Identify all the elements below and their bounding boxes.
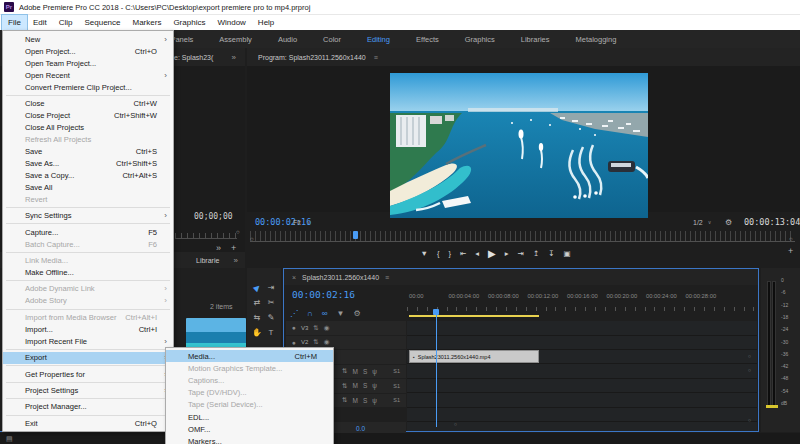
menubar-item[interactable]: Markers — [127, 15, 168, 30]
file-menu-item[interactable]: Capture... F5 — [3, 226, 173, 238]
playback-resolution-select[interactable]: 1/2 ∨ — [693, 219, 711, 226]
mute-button[interactable]: M — [352, 382, 357, 389]
export-submenu-item[interactable]: EDL... — [166, 411, 333, 423]
export-submenu-item[interactable]: Tape (DV/HDV)... — [166, 387, 333, 399]
export-submenu-item[interactable]: OMF... — [166, 423, 333, 435]
panel-overflow-icon[interactable]: » — [234, 256, 237, 265]
track-lock-icon[interactable]: ● — [292, 324, 296, 331]
export-submenu-item[interactable]: Markers... — [166, 435, 333, 444]
file-menu-item[interactable]: Export › — [3, 352, 173, 364]
sync-lock-icon[interactable]: ⇅ — [313, 338, 318, 346]
sync-lock-icon[interactable]: ⇅ — [342, 396, 347, 404]
file-menu-item[interactable]: Import from Media Browser Ctrl+Alt+I — [3, 311, 173, 323]
panel-overflow-icon[interactable]: » — [232, 53, 235, 62]
file-menu-item[interactable]: New › — [3, 33, 173, 45]
menubar-item[interactable]: Help — [252, 15, 280, 30]
panel-menu-icon[interactable]: ≡ — [374, 54, 378, 61]
file-menu-item[interactable]: Close Ctrl+W — [3, 97, 173, 109]
source-tab-label[interactable]: e: Splash23( — [174, 54, 213, 61]
file-menu-item[interactable]: Close All Projects — [3, 121, 173, 133]
track-lock-icon[interactable]: ● — [292, 339, 296, 346]
sync-lock-icon[interactable]: ⇅ — [342, 382, 347, 390]
timeline-settings-wrench-icon[interactable]: ⚙ — [353, 309, 360, 318]
slip-tool[interactable]: ⇆ — [250, 310, 264, 325]
voiceover-mic-icon[interactable]: ψ — [372, 397, 377, 404]
track-collapse-dot-icon[interactable]: ○ — [748, 353, 751, 359]
linked-selection-icon[interactable]: ∞ — [322, 309, 328, 318]
program-tab-label[interactable]: Program: Splash23011.2560x1440 — [258, 54, 366, 61]
file-menu-item[interactable]: Convert Premiere Clip Project... — [3, 81, 173, 93]
file-menu-item[interactable]: Open Team Project... — [3, 57, 173, 69]
work-area-bar[interactable] — [409, 315, 539, 317]
wrench-icon[interactable]: ⚙ — [725, 218, 732, 227]
menubar-item[interactable]: File — [2, 15, 27, 30]
file-menu-item[interactable]: Refresh All Projects — [3, 133, 173, 145]
timeline-track-lanes[interactable] — [407, 321, 757, 431]
file-menu-item[interactable]: Import... Ctrl+I — [3, 323, 173, 335]
add-button-icon[interactable]: + — [788, 246, 793, 256]
hand-tool[interactable]: ✋ — [250, 325, 264, 340]
menubar-item[interactable]: Window — [211, 15, 251, 30]
file-menu-item[interactable]: Save Ctrl+S — [3, 145, 173, 157]
panel-menu-icon[interactable]: ≡ — [385, 274, 389, 281]
file-menu-item[interactable]: Open Recent › — [3, 69, 173, 81]
add-marker-button[interactable]: ▼ — [421, 249, 428, 258]
mark-in-button[interactable]: { — [437, 249, 440, 258]
file-menu-item[interactable]: Make Offline... — [3, 267, 173, 279]
file-menu-item[interactable]: Project Settings › — [3, 385, 173, 397]
timeline-clip[interactable]: ▪ Splash23011.2560x1440.mp4 — [409, 350, 539, 363]
track-collapse-dot-icon[interactable]: ○ — [748, 417, 751, 423]
track-visibility-eye-icon[interactable]: ◉ — [324, 338, 330, 346]
workspace-tab[interactable]: Assembly — [219, 35, 252, 44]
project-tab-label[interactable]: Librarie — [196, 257, 219, 264]
program-playhead[interactable] — [353, 231, 358, 239]
menubar-item[interactable]: Edit — [27, 15, 53, 30]
sync-lock-icon[interactable]: ⇅ — [342, 367, 347, 375]
step-forward-button[interactable]: ▸ — [505, 249, 509, 258]
file-menu-item[interactable]: Revert — [3, 193, 173, 205]
file-menu-item[interactable]: Open Project... Ctrl+O — [3, 45, 173, 57]
export-submenu-item[interactable]: Captions... — [166, 374, 333, 386]
workspace-tab[interactable]: Editing — [367, 35, 390, 44]
source-scrubber[interactable] — [175, 233, 237, 239]
menubar-item[interactable]: Graphics — [167, 15, 211, 30]
pen-tool[interactable]: ✎ — [264, 310, 278, 325]
play-button[interactable]: ▶ — [488, 248, 496, 259]
file-menu-item[interactable]: Save a Copy... Ctrl+Alt+S — [3, 169, 173, 181]
mark-out-button[interactable]: } — [448, 249, 451, 258]
timeline-tab-label[interactable]: Splash23011.2560x1440 — [302, 274, 379, 281]
voiceover-mic-icon[interactable]: ψ — [372, 368, 377, 375]
type-tool[interactable]: T — [264, 325, 278, 340]
video-track-header[interactable]: ● V3 ⇅ ◉ — [286, 321, 406, 335]
file-menu-item[interactable]: Get Properties for › — [3, 368, 173, 380]
export-submenu-item[interactable]: Media... Ctrl+M — [166, 350, 333, 362]
zoom-level-select[interactable]: Fit ∨ — [293, 219, 310, 226]
add-marker-icon[interactable]: ▼ — [336, 309, 344, 318]
file-menu-item[interactable]: Link Media... — [3, 255, 173, 267]
export-submenu-item[interactable]: Motion Graphics Template... — [166, 362, 333, 374]
solo-button[interactable]: S — [363, 368, 367, 375]
nest-toggle-icon[interactable]: ⋰ — [290, 309, 298, 318]
file-menu-item[interactable]: Close Project Ctrl+Shift+W — [3, 109, 173, 121]
file-menu-item[interactable]: Batch Capture... F6 — [3, 238, 173, 250]
mute-button[interactable]: M — [352, 368, 357, 375]
scrollbar-dot-icon[interactable]: ○ — [454, 421, 457, 427]
file-menu-item[interactable]: Import Recent File › — [3, 335, 173, 347]
export-frame-button[interactable]: ▣ — [563, 249, 570, 258]
go-to-out-button[interactable]: ⇥ — [518, 249, 524, 258]
file-menu-item[interactable]: Adobe Story › — [3, 295, 173, 307]
source-timecode[interactable]: 00;00;00 — [194, 212, 233, 221]
menubar-item[interactable]: Clip — [53, 15, 79, 30]
extract-button[interactable]: ↧ — [548, 249, 554, 258]
timeline-playhead[interactable] — [436, 309, 437, 427]
file-menu-item[interactable]: Adobe Dynamic Link › — [3, 283, 173, 295]
mute-button[interactable]: M — [352, 397, 357, 404]
snap-toggle-icon[interactable]: ∩ — [307, 309, 313, 318]
scrubber-start-icon[interactable]: ○ — [250, 236, 254, 242]
track-visibility-eye-icon[interactable]: ◉ — [324, 324, 330, 332]
file-menu-item[interactable]: Project Manager... — [3, 401, 173, 413]
program-scrubber[interactable] — [250, 231, 795, 242]
sync-lock-icon[interactable]: ⇅ — [313, 324, 318, 332]
go-to-in-button[interactable]: ⇤ — [460, 249, 466, 258]
razor-tool[interactable]: ✂ — [264, 295, 278, 310]
